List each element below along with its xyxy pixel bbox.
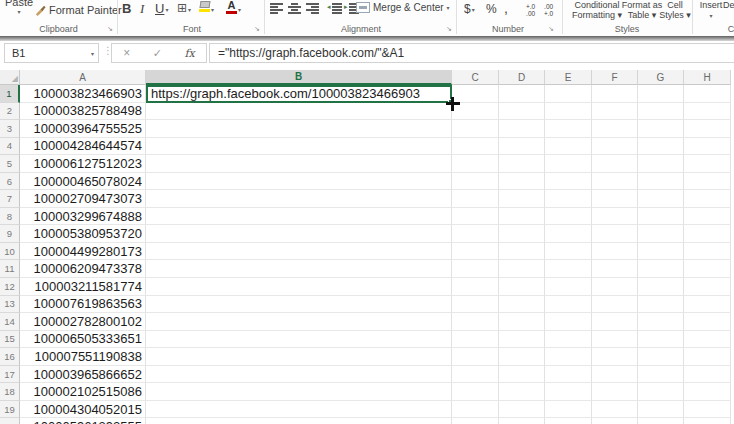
cell-G19[interactable] — [638, 401, 684, 419]
cell-A7[interactable]: 100002709473073 — [20, 190, 146, 208]
cell-A5[interactable]: 100006127512023 — [20, 155, 146, 173]
cell-E13[interactable] — [545, 296, 592, 314]
cell-E12[interactable] — [545, 278, 592, 296]
name-box[interactable]: B1 ▾ — [4, 43, 99, 63]
cell-H15[interactable] — [684, 331, 731, 349]
font-color-caret-icon[interactable]: ▾ — [238, 6, 241, 13]
cell-F15[interactable] — [592, 331, 638, 349]
cell-H12[interactable] — [684, 278, 731, 296]
cell-F6[interactable] — [592, 173, 638, 191]
cell-F7[interactable] — [592, 190, 638, 208]
row-header-4[interactable]: 4 — [0, 138, 20, 156]
column-header-F[interactable]: F — [592, 70, 638, 85]
cell-B15[interactable] — [146, 331, 452, 349]
cell-G5[interactable] — [638, 155, 684, 173]
cell-C2[interactable] — [452, 103, 499, 121]
percent-style-button[interactable]: % — [486, 2, 497, 16]
cell-D7[interactable] — [499, 190, 545, 208]
cell-D14[interactable] — [499, 313, 545, 331]
cell-E20[interactable] — [545, 418, 592, 424]
cell-G10[interactable] — [638, 243, 684, 261]
cell-G2[interactable] — [638, 103, 684, 121]
cell-F3[interactable] — [592, 120, 638, 138]
cell-E17[interactable] — [545, 366, 592, 384]
cell-C8[interactable] — [452, 208, 499, 226]
cell-C17[interactable] — [452, 366, 499, 384]
clipboard-dialog-launcher-icon[interactable]: ↘ — [107, 25, 113, 33]
row-header-13[interactable]: 13 — [0, 296, 20, 314]
cell-D9[interactable] — [499, 225, 545, 243]
increase-decimal-button[interactable]: +.0.00 — [526, 3, 535, 17]
cell-H19[interactable] — [684, 401, 731, 419]
underline-caret-icon[interactable]: ▾ — [165, 6, 168, 13]
cell-H6[interactable] — [684, 173, 731, 191]
accounting-format-button[interactable]: $▾ — [464, 2, 475, 16]
cell-B8[interactable] — [146, 208, 452, 226]
cell-A16[interactable]: 100007551190838 — [20, 348, 146, 366]
cell-G1[interactable] — [638, 85, 684, 103]
cell-A14[interactable]: 100002782800102 — [20, 313, 146, 331]
cell-C4[interactable] — [452, 138, 499, 156]
cell-C19[interactable] — [452, 401, 499, 419]
cell-H7[interactable] — [684, 190, 731, 208]
column-header-B[interactable]: B — [146, 70, 452, 85]
cell-G4[interactable] — [638, 138, 684, 156]
borders-button[interactable]: ⊞▾ — [177, 1, 191, 15]
name-box-caret-icon[interactable]: ▾ — [91, 50, 98, 57]
cell-B10[interactable] — [146, 243, 452, 261]
decrease-indent-button[interactable]: ◂ — [327, 3, 342, 14]
cell-D18[interactable] — [499, 383, 545, 401]
row-header-10[interactable]: 10 — [0, 243, 20, 261]
cell-H20[interactable] — [684, 418, 731, 424]
cell-A3[interactable]: 100003964755525 — [20, 120, 146, 138]
cell-A19[interactable]: 100004304052015 — [20, 401, 146, 419]
cell-E11[interactable] — [545, 260, 592, 278]
cell-B14[interactable] — [146, 313, 452, 331]
cell-G9[interactable] — [638, 225, 684, 243]
font-dialog-launcher-icon[interactable]: ↘ — [254, 25, 260, 33]
merge-center-caret-icon[interactable]: ▾ — [447, 4, 450, 11]
cell-E1[interactable] — [545, 85, 592, 103]
cell-H17[interactable] — [684, 366, 731, 384]
cell-E19[interactable] — [545, 401, 592, 419]
cell-F2[interactable] — [592, 103, 638, 121]
cell-B9[interactable] — [146, 225, 452, 243]
cell-A9[interactable]: 100005380953720 — [20, 225, 146, 243]
cell-G8[interactable] — [638, 208, 684, 226]
cell-E9[interactable] — [545, 225, 592, 243]
row-header-1[interactable]: 1 — [0, 85, 20, 103]
cell-D10[interactable] — [499, 243, 545, 261]
paste-button[interactable]: Paste ▾ — [4, 0, 34, 15]
cell-H1[interactable] — [684, 85, 731, 103]
cell-B6[interactable] — [146, 173, 452, 191]
cell-H8[interactable] — [684, 208, 731, 226]
paste-caret-icon[interactable]: ▾ — [4, 8, 34, 15]
cell-D6[interactable] — [499, 173, 545, 191]
accounting-caret-icon[interactable]: ▾ — [472, 6, 475, 13]
cell-G18[interactable] — [638, 383, 684, 401]
cell-C14[interactable] — [452, 313, 499, 331]
align-right-button[interactable] — [306, 3, 319, 14]
cell-D15[interactable] — [499, 331, 545, 349]
row-header-19[interactable]: 19 — [0, 401, 20, 419]
cell-H2[interactable] — [684, 103, 731, 121]
cell-G11[interactable] — [638, 260, 684, 278]
cell-D13[interactable] — [499, 296, 545, 314]
cell-B17[interactable] — [146, 366, 452, 384]
row-header-17[interactable]: 17 — [0, 366, 20, 384]
row-header-9[interactable]: 9 — [0, 225, 20, 243]
cell-F19[interactable] — [592, 401, 638, 419]
cell-E16[interactable] — [545, 348, 592, 366]
cell-D4[interactable] — [499, 138, 545, 156]
cell-A6[interactable]: 100000465078024 — [20, 173, 146, 191]
cell-D12[interactable] — [499, 278, 545, 296]
format-painter-button[interactable]: Format Painter — [34, 4, 122, 16]
formula-input[interactable]: ="https://graph.facebook.com/"&A1 — [209, 43, 734, 63]
fill-color-button[interactable]: ▾ — [199, 1, 214, 13]
cell-B20[interactable] — [146, 418, 452, 424]
column-header-E[interactable]: E — [545, 70, 592, 85]
cell-A2[interactable]: 100003825788498 — [20, 103, 146, 121]
cell-C3[interactable] — [452, 120, 499, 138]
cell-H11[interactable] — [684, 260, 731, 278]
cell-A4[interactable]: 100004284644574 — [20, 138, 146, 156]
